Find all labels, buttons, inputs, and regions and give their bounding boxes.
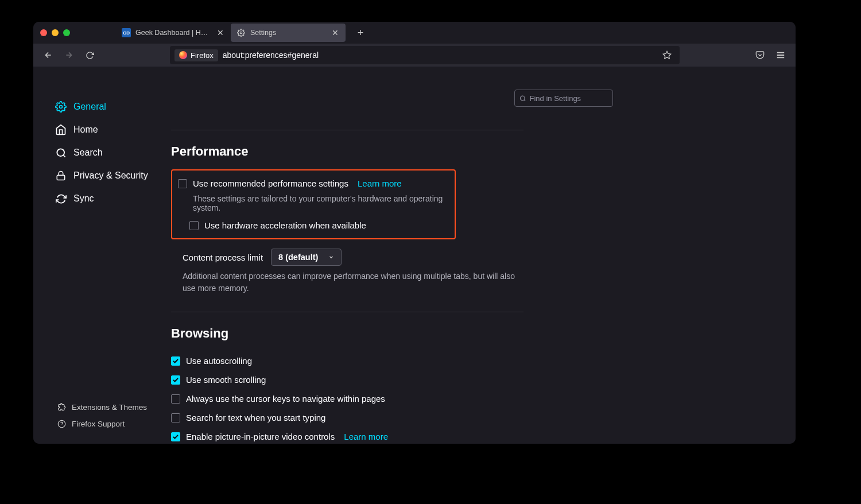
settings-search-box[interactable]: [514, 90, 613, 107]
sidebar-item-label: Privacy & Security: [73, 170, 148, 181]
browsing-option-row: Use autoscrolling: [171, 351, 523, 370]
process-limit-note: Additional content processes can improve…: [183, 270, 515, 294]
sidebar-item-sync[interactable]: Sync: [51, 187, 171, 210]
url-text: about:preferences#general: [223, 51, 319, 60]
learn-more-link[interactable]: Learn more: [358, 179, 402, 188]
close-tab-icon[interactable]: ✕: [216, 28, 225, 37]
svg-marker-1: [663, 51, 670, 59]
highlight-annotation: Use recommended performance settings Lea…: [171, 169, 456, 239]
tab-strip: GD Geek Dashboard | How-To's, Sm ✕ Setti…: [116, 22, 369, 44]
sidebar-support-link[interactable]: Firefox Support: [53, 416, 171, 432]
settidebar-bottom-label: Firefox Support: [72, 420, 125, 428]
browser-window: GD Geek Dashboard | How-To's, Sm ✕ Setti…: [33, 22, 796, 444]
forward-button[interactable]: [60, 46, 78, 64]
browsing-option-label: Search for text when you start typing: [186, 413, 325, 422]
sync-icon: [55, 193, 67, 204]
tab-label: Settings: [250, 29, 326, 37]
recommended-settings-subtext: These settings are tailored to your comp…: [193, 194, 449, 212]
recommended-settings-checkbox[interactable]: [178, 179, 187, 188]
reload-button[interactable]: [80, 46, 99, 64]
browsing-checkbox[interactable]: [171, 432, 180, 441]
hardware-accel-checkbox[interactable]: [189, 221, 199, 230]
help-icon: [57, 420, 66, 428]
back-button[interactable]: [39, 46, 57, 64]
browsing-checkbox[interactable]: [171, 356, 180, 366]
browsing-option-label: Enable picture-in-picture video controls: [186, 432, 335, 441]
process-limit-label: Content process limit: [183, 253, 263, 262]
tab-settings[interactable]: Settings ✕: [231, 24, 346, 42]
hardware-accel-label: Use hardware acceleration when available: [204, 220, 366, 230]
svg-point-5: [60, 106, 63, 108]
settings-sidebar: General Home Search Privacy & Security: [33, 67, 171, 444]
minimize-window-button[interactable]: [52, 29, 59, 36]
sidebar-item-label: Sync: [73, 193, 94, 204]
sidebar-item-label: Home: [73, 125, 98, 135]
settings-content: General Home Search Privacy & Security: [33, 67, 796, 444]
sidebar-item-home[interactable]: Home: [51, 118, 171, 141]
browsing-options-list: Use autoscrollingUse smooth scrollingAlw…: [171, 351, 523, 444]
firefox-badge: Firefox: [174, 49, 218, 61]
process-limit-select[interactable]: 8 (default): [271, 249, 342, 266]
browsing-option-row: Enable picture-in-picture video controls…: [171, 427, 523, 444]
browsing-option-label: Always use the cursor keys to navigate w…: [186, 394, 385, 404]
geek-dashboard-favicon: GD: [122, 28, 131, 37]
svg-point-0: [240, 32, 242, 34]
browsing-option-row: Search for text when you start typing: [171, 408, 523, 427]
svg-point-11: [520, 96, 525, 100]
performance-heading: Performance: [171, 144, 523, 159]
new-tab-button[interactable]: +: [352, 25, 369, 41]
svg-rect-8: [57, 175, 65, 180]
lock-icon: [55, 170, 67, 181]
sidebar-item-search[interactable]: Search: [51, 141, 171, 164]
search-icon: [55, 147, 67, 158]
tab-label: Geek Dashboard | How-To's, Sm: [135, 29, 211, 37]
browsing-option-label: Use autoscrolling: [186, 356, 252, 366]
browsing-option-row: Use smooth scrolling: [171, 370, 523, 389]
section-divider: [171, 130, 523, 130]
gear-icon: [55, 101, 67, 113]
bookmark-star-icon[interactable]: [659, 47, 675, 63]
url-bar[interactable]: Firefox about:preferences#general: [170, 46, 680, 64]
browsing-checkbox[interactable]: [171, 394, 180, 404]
tab-geek-dashboard[interactable]: GD Geek Dashboard | How-To's, Sm ✕: [116, 24, 231, 42]
sidebar-bottom-label: Extensions & Themes: [72, 403, 147, 412]
firefox-icon: [179, 51, 187, 59]
browsing-checkbox[interactable]: [171, 375, 180, 385]
svg-line-7: [63, 155, 65, 157]
puzzle-icon: [57, 403, 66, 412]
close-window-button[interactable]: [40, 29, 47, 36]
browsing-option-row: Always use the cursor keys to navigate w…: [171, 389, 523, 408]
search-icon: [519, 95, 526, 102]
sidebar-item-privacy[interactable]: Privacy & Security: [51, 164, 171, 187]
browsing-heading: Browsing: [171, 326, 523, 341]
browsing-option-label: Use smooth scrolling: [186, 375, 266, 385]
sidebar-item-general[interactable]: General: [51, 95, 171, 118]
browsing-checkbox[interactable]: [171, 413, 180, 422]
svg-point-6: [57, 149, 64, 156]
nav-toolbar: Firefox about:preferences#general: [33, 44, 796, 67]
traffic-lights: [40, 29, 70, 36]
sidebar-item-label: General: [73, 102, 106, 112]
settings-favicon: [236, 28, 246, 37]
sidebar-extensions-link[interactable]: Extensions & Themes: [53, 399, 171, 416]
home-icon: [55, 124, 67, 135]
app-menu-button[interactable]: [771, 46, 790, 64]
firefox-badge-label: Firefox: [191, 51, 214, 60]
close-tab-icon[interactable]: ✕: [331, 28, 340, 37]
process-limit-value: 8 (default): [278, 253, 318, 262]
sidebar-item-label: Search: [73, 148, 103, 158]
recommended-settings-label: Use recommended performance settings: [193, 179, 348, 188]
chevron-down-icon: [328, 254, 334, 260]
settings-main: Performance Use recommended performance …: [171, 67, 796, 444]
settings-search-input[interactable]: [530, 94, 608, 103]
titlebar: GD Geek Dashboard | How-To's, Sm ✕ Setti…: [33, 22, 796, 44]
section-divider: [171, 312, 523, 312]
pocket-button[interactable]: [751, 46, 769, 64]
learn-more-link[interactable]: Learn more: [344, 432, 388, 441]
maximize-window-button[interactable]: [63, 29, 70, 36]
svg-line-12: [524, 99, 525, 100]
